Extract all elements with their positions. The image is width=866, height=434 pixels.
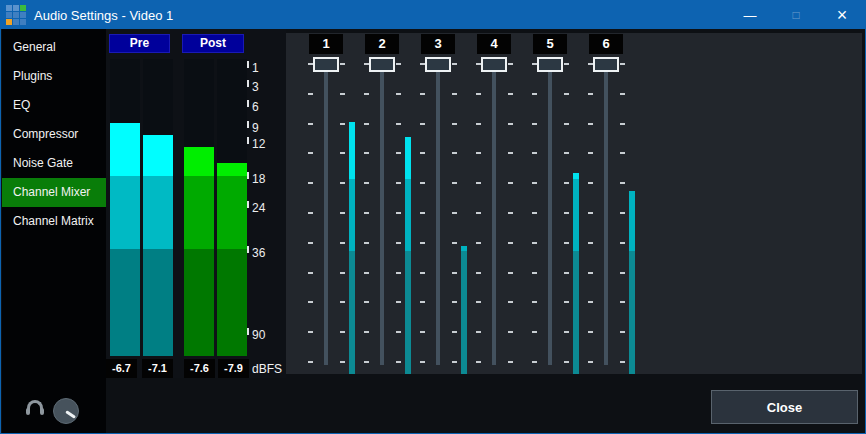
titlebar: Audio Settings - Video 1 — □ × [1,1,865,29]
scale-tick [247,80,249,87]
fader-tick [476,242,481,244]
sidebar-item-channel-mixer[interactable]: Channel Mixer [2,178,106,207]
fader-tick [364,272,369,274]
fader-tick [564,242,569,244]
fader-handle-ch2[interactable] [369,57,395,72]
fader-tick [564,361,569,363]
fader-tick [588,242,593,244]
channel-level-meter-ch1 [349,251,355,374]
scale-mark: 6 [247,100,259,113]
fader-tick [532,123,537,125]
meter-bar-segment [143,176,173,249]
fader-tick [452,301,457,303]
fader-tick [508,212,513,214]
fader-handle-ch1[interactable] [313,57,339,72]
sidebar-item-noise-gate[interactable]: Noise Gate [2,149,106,178]
scale-label: 9 [252,122,259,134]
fader-tick [396,242,401,244]
close-window-button[interactable]: × [819,1,865,29]
scale-mark: 1 [247,61,259,74]
sidebar: GeneralPluginsEQCompressorNoise GateChan… [2,29,106,434]
fader-track-ch1[interactable] [324,59,328,365]
scale-mark: 18 [247,172,265,185]
fader-tick [620,361,625,363]
fader-tick [508,93,513,95]
meter-bar-segment [110,123,140,176]
fader-tick [588,93,593,95]
fader-tick [452,331,457,333]
fader-tick [340,361,345,363]
fader-handle-ch5[interactable] [537,57,563,72]
fader-tick [364,212,369,214]
fader-track-ch3[interactable] [436,59,440,365]
channel-level-meter-ch1 [349,179,355,251]
meter-reading: -7.9 [218,359,249,378]
scale-mark: 9 [247,121,259,134]
fader-tick [564,301,569,303]
fader-tick [564,93,569,95]
fader-tick [620,93,625,95]
meter-bar-segment [217,249,247,356]
fader-tick [452,242,457,244]
fader-track-ch5[interactable] [548,59,552,365]
fader-tick [340,301,345,303]
sidebar-item-general[interactable]: General [2,33,106,62]
channel-number-6: 6 [589,34,623,54]
meter-bar-segment [143,249,173,356]
fader-tick [396,361,401,363]
fader-tick [452,123,457,125]
sidebar-item-eq[interactable]: EQ [2,91,106,120]
fader-tick [532,152,537,154]
meter-bar-segment [217,176,247,249]
sidebar-item-plugins[interactable]: Plugins [2,62,106,91]
fader-tick [620,123,625,125]
fader-tick [508,242,513,244]
fader-track-ch2[interactable] [380,59,384,365]
sidebar-item-channel-matrix[interactable]: Channel Matrix [2,207,106,236]
scale-tick [247,137,249,144]
fader-tick [396,301,401,303]
fader-tick [476,301,481,303]
fader-track-ch6[interactable] [604,59,608,365]
meter-bar-segment [143,135,173,176]
fader-tick [476,212,481,214]
minimize-button[interactable]: — [727,1,773,29]
meter-reading: -7.1 [142,359,173,378]
sidebar-item-compressor[interactable]: Compressor [2,120,106,149]
fader-tick [476,182,481,184]
fader-tick [420,242,425,244]
fader-tick [308,301,313,303]
fader-tick [588,212,593,214]
meter-reading: -6.7 [106,359,137,378]
fader-tick [620,182,625,184]
fader-tick [620,242,625,244]
fader-handle-ch4[interactable] [481,57,507,72]
close-button[interactable]: Close [711,390,858,424]
audio-settings-window: Audio Settings - Video 1 — □ × GeneralPl… [0,0,866,434]
headphone-volume-knob[interactable] [53,398,79,424]
fader-tick [564,182,569,184]
scale-mark: 36 [247,246,265,259]
fader-tick [564,152,569,154]
fader-tick [364,182,369,184]
fader-tick [340,182,345,184]
fader-tick [396,272,401,274]
meter-reading: -7.6 [184,359,215,378]
fader-tick [364,301,369,303]
fader-tick [364,93,369,95]
meter-bar-segment [110,176,140,249]
fader-track-ch4[interactable] [492,59,496,365]
fader-handle-ch3[interactable] [425,57,451,72]
fader-tick [420,331,425,333]
meter-group-header-pre: Pre [109,34,170,53]
maximize-button[interactable]: □ [773,1,819,29]
dbfs-unit-label: dBFS [252,362,282,376]
fader-tick [476,152,481,154]
meter-bar-segment [184,249,214,356]
fader-handle-ch6[interactable] [593,57,619,72]
meter-bar-segment [217,163,247,176]
fader-tick [532,272,537,274]
scale-label: 24 [252,202,265,214]
scale-label: 90 [252,329,265,341]
fader-tick [476,123,481,125]
